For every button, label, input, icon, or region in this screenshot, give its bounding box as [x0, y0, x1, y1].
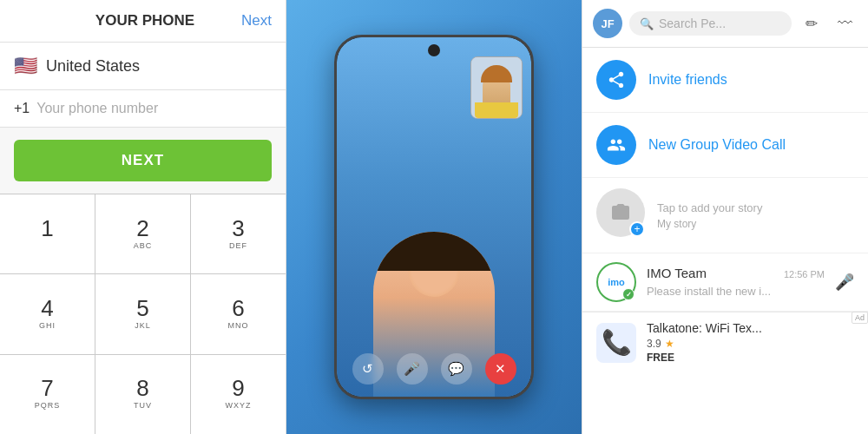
key-number: 5 [136, 297, 148, 319]
flip-camera-button[interactable]: ↺ [352, 353, 384, 385]
numeric-keypad: 12ABC3DEF4GHI5JKL6MNO7PQRS8TUV9WXYZ [0, 194, 286, 434]
key-number: 9 [232, 377, 244, 399]
ad-rating: 3.9 ★ [647, 338, 854, 350]
keypad-key-5[interactable]: 5JKL [95, 274, 190, 353]
keypad-key-9[interactable]: 9WXYZ [191, 355, 286, 434]
video-call-panel: ↺ 🎤 💬 ✕ [286, 0, 582, 434]
story-tap-label: Tap to add your story [657, 201, 854, 214]
ad-badge: Ad [852, 312, 868, 324]
invite-friends-label: Invite friends [648, 72, 727, 88]
verified-check-icon: ✓ [622, 288, 635, 300]
key-alpha: DEF [229, 241, 247, 252]
invite-icon [596, 60, 636, 100]
key-alpha: TUV [134, 401, 152, 411]
main-caller-hair [373, 232, 495, 271]
keypad-key-2[interactable]: 2ABC [95, 194, 190, 273]
chat-top: IMO Team 12:56 PM [647, 266, 825, 280]
group-call-icon [596, 125, 636, 165]
ad-title: Talkatone: WiFi Tex... [647, 321, 854, 335]
wave-button[interactable]: 〰 [832, 10, 858, 36]
search-placeholder-text: Search Pe... [659, 16, 726, 30]
voice-message-button[interactable]: 🎤 [835, 273, 854, 292]
keypad-key-7[interactable]: 7PQRS [0, 355, 95, 434]
key-number: 8 [136, 377, 148, 399]
ad-star-icon: ★ [665, 338, 674, 350]
new-group-video-call-label: New Group Video Call [648, 137, 786, 153]
search-icon: 🔍 [640, 17, 654, 30]
ad-rating-value: 3.9 [647, 338, 661, 350]
phone-registration-panel: YOUR PHONE Next 🇺🇸 United States +1 Your… [0, 0, 286, 434]
key-number: 1 [41, 217, 53, 240]
advertisement-row[interactable]: 📞 Talkatone: WiFi Tex... 3.9 ★ FREE Ad [582, 312, 868, 372]
invite-friends-row[interactable]: Invite friends [582, 48, 868, 113]
add-story-row[interactable]: + Tap to add your story My story [582, 178, 868, 253]
keypad-key-4[interactable]: 4GHI [0, 274, 95, 353]
self-shirt [475, 102, 518, 118]
key-number: 4 [41, 297, 53, 319]
my-story-label: My story [657, 218, 854, 230]
left-header: YOUR PHONE Next [0, 0, 286, 43]
story-icon-wrap: + [596, 188, 645, 237]
key-alpha: ABC [134, 241, 153, 252]
panel-title: YOUR PHONE [49, 12, 241, 30]
country-name: United States [46, 57, 140, 76]
keypad-key-8[interactable]: 8TUV [95, 355, 190, 434]
chat-name: IMO Team [647, 266, 707, 280]
key-alpha: GHI [39, 321, 56, 332]
self-head [483, 72, 510, 102]
key-number: 7 [41, 377, 53, 399]
self-face [471, 57, 522, 118]
phone-code: +1 [14, 101, 30, 116]
advertisement-wrapper: 📞 Talkatone: WiFi Tex... 3.9 ★ FREE Ad [582, 312, 868, 372]
contacts-panel: JF 🔍 Search Pe... ✏ 〰 Invite friends New… [582, 0, 868, 434]
self-video-thumbnail [470, 56, 523, 119]
user-avatar[interactable]: JF [593, 9, 622, 38]
chat-time: 12:56 PM [784, 269, 825, 279]
video-main-area: ↺ 🎤 💬 ✕ [337, 37, 531, 397]
key-alpha: WXYZ [226, 401, 252, 411]
keypad-key-6[interactable]: 6MNO [191, 274, 286, 353]
phone-placeholder-text: Your phone number [36, 101, 272, 116]
ad-info: Talkatone: WiFi Tex... 3.9 ★ FREE [647, 321, 854, 364]
compose-button[interactable]: ✏ [799, 10, 825, 36]
chat-preview: Please install the new i... [647, 285, 771, 298]
ad-app-icon: 📞 [596, 323, 636, 363]
mute-button[interactable]: 🎤 [397, 353, 428, 385]
phone-camera [428, 44, 440, 56]
phone-screen: ↺ 🎤 💬 ✕ [337, 37, 531, 397]
flag-icon: 🇺🇸 [14, 55, 37, 77]
key-number: 6 [232, 297, 244, 319]
next-link[interactable]: Next [241, 12, 272, 30]
key-alpha: PQRS [35, 401, 61, 411]
end-call-button[interactable]: ✕ [485, 353, 516, 385]
phone-input-row: +1 Your phone number [0, 90, 286, 128]
search-bar[interactable]: 🔍 Search Pe... [629, 11, 792, 36]
imo-team-chat-info: IMO Team 12:56 PM Please install the new… [647, 266, 825, 299]
key-number: 2 [136, 217, 148, 240]
key-alpha: JKL [135, 321, 151, 332]
call-controls: ↺ 🎤 💬 ✕ [337, 353, 531, 385]
keypad-key-3[interactable]: 3DEF [191, 194, 286, 273]
main-caller-video [337, 91, 531, 397]
new-group-video-call-row[interactable]: New Group Video Call [582, 113, 868, 178]
imo-team-avatar: imo ✓ [596, 262, 636, 302]
ad-free-label: FREE [647, 352, 854, 364]
key-number: 3 [232, 217, 244, 240]
chat-button[interactable]: 💬 [441, 353, 472, 385]
imo-logo-text: imo [608, 277, 625, 287]
story-plus-icon: + [629, 221, 645, 237]
country-selector[interactable]: 🇺🇸 United States [0, 43, 286, 90]
keypad-key-1[interactable]: 1 [0, 194, 95, 273]
imo-team-chat-row[interactable]: imo ✓ IMO Team 12:56 PM Please install t… [582, 253, 868, 312]
key-alpha: MNO [228, 321, 249, 332]
right-header: JF 🔍 Search Pe... ✏ 〰 [582, 0, 868, 48]
phone-mockup: ↺ 🎤 💬 ✕ [334, 35, 534, 399]
next-button[interactable]: NEXT [14, 140, 272, 181]
